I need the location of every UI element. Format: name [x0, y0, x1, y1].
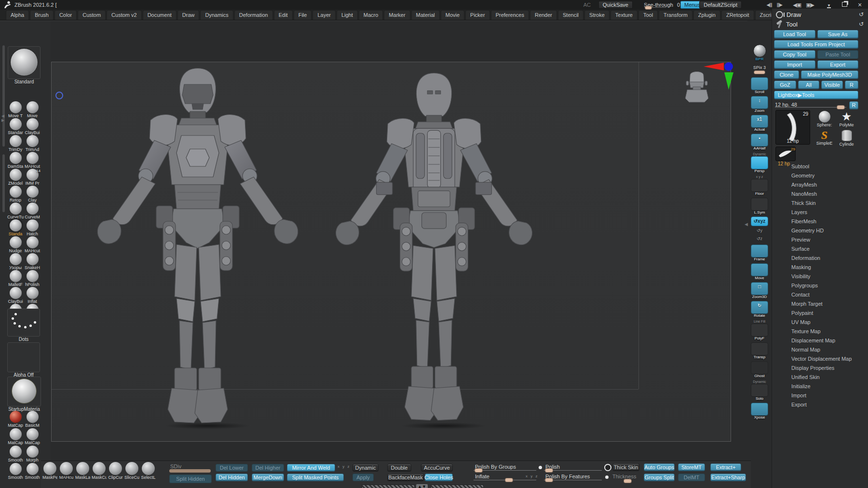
mirror-xyz-label[interactable]: x y z — [338, 464, 350, 469]
right-shelf-button[interactable]: □ Zoom3D — [750, 282, 769, 299]
quick-pick-cylinder[interactable]: Cylinde — [836, 129, 857, 147]
subpalette-row[interactable]: Initialize — [772, 382, 868, 391]
double-button[interactable]: Double — [387, 464, 411, 472]
subpalette-row[interactable]: Vector Displacement Map — [772, 354, 868, 364]
material-item[interactable]: MatCap — [24, 428, 41, 446]
brush-item[interactable]: MalletF — [7, 270, 24, 287]
left-tray-scrollbar[interactable] — [2, 45, 5, 147]
right-shelf-button[interactable]: L.Sym — [750, 198, 769, 215]
menu-item[interactable]: Picker — [465, 10, 490, 20]
brush-item[interactable]: Move — [24, 101, 41, 118]
right-shelf-button[interactable]: Line Fill PolyF — [750, 320, 769, 340]
quick-pick-polymesh[interactable]: ★ PolyMe — [836, 111, 857, 127]
right-shelf-button[interactable]: ↺y — [750, 228, 769, 234]
subpalette-row[interactable]: NanoMesh — [772, 190, 868, 199]
subpalette-row[interactable]: Masking — [772, 263, 868, 272]
material-item[interactable]: Smooth — [7, 463, 24, 480]
menu-item[interactable]: Movie — [441, 10, 464, 20]
subpalette-row[interactable]: Unified Skin — [772, 373, 868, 382]
extract-plus-button[interactable]: Extract+ — [710, 463, 741, 471]
export-button[interactable]: Export — [817, 60, 859, 69]
save-as-button[interactable]: Save As — [817, 30, 859, 39]
right-shelf-button[interactable]: ↻ Rotate — [750, 301, 769, 318]
default-zscript-button[interactable]: DefaultZScript — [699, 1, 742, 9]
subpalette-row[interactable]: Visibility — [772, 272, 868, 281]
subpalette-row[interactable]: Contact — [772, 290, 868, 299]
subpalette-row[interactable]: UV Map — [772, 318, 868, 327]
thickness-radio[interactable] — [605, 475, 609, 479]
brush-item[interactable]: TrimDy — [7, 135, 24, 152]
tool-size-r-button[interactable]: R — [849, 101, 858, 109]
brush-item[interactable]: MAHcut — [24, 236, 41, 253]
brush-item[interactable]: Узоры — [7, 253, 24, 270]
inflate-handle[interactable] — [505, 478, 513, 482]
draw-palette-header[interactable]: Draw ↺ — [772, 10, 868, 19]
divider-hatch-right[interactable] — [431, 485, 484, 488]
menu-item[interactable]: Brush — [30, 10, 54, 20]
sdiv-slider[interactable] — [169, 469, 211, 473]
menu-item[interactable]: Zplugin — [693, 10, 720, 20]
brush-item[interactable]: ZModel — [7, 169, 24, 186]
tool-palette-header[interactable]: Tool ↺ — [772, 19, 868, 29]
brush-item[interactable]: CurveTu — [7, 203, 24, 219]
delmt-button[interactable]: DelMT — [678, 474, 705, 481]
menu-item[interactable]: Edit — [274, 10, 293, 20]
subpalette-row[interactable]: Subtool — [772, 162, 868, 171]
backfacemask-button[interactable]: BackfaceMask — [387, 474, 424, 481]
active-tool-thumb[interactable]: 29 12 hp — [775, 110, 810, 145]
bottom-brush-item[interactable]: MaskCu — [92, 462, 107, 480]
right-shelf-button[interactable]: Move — [750, 263, 769, 280]
subpalette-row[interactable]: Displacement Map — [772, 336, 868, 345]
brush-item[interactable]: Hatch — [24, 219, 41, 236]
minimize-button[interactable]: ▼ — [825, 2, 833, 8]
subpalette-row[interactable]: Surface — [772, 244, 868, 254]
quicksave-button[interactable]: QuickSave — [598, 1, 633, 9]
menu-item[interactable]: Stroke — [584, 10, 610, 20]
subpalette-row[interactable]: Display Properties — [772, 364, 868, 373]
subpalette-row[interactable]: Normal Map — [772, 345, 868, 354]
brush-item[interactable]: Retop — [7, 186, 24, 203]
subpalette-row[interactable]: Layers — [772, 208, 868, 217]
menu-item[interactable]: Texture — [610, 10, 637, 20]
right-shelf-button[interactable]: ↺z — [750, 236, 769, 243]
brush-item[interactable]: SnakeH — [24, 253, 41, 270]
polish-handle[interactable] — [545, 468, 553, 473]
brush-item[interactable]: 14 IMM Pr — [24, 169, 41, 186]
menu-item[interactable]: Deformation — [234, 10, 273, 20]
del-lower-button[interactable]: Del Lower — [216, 464, 248, 472]
subpalette-row[interactable]: Thick Skin — [772, 199, 868, 208]
menu-item[interactable]: Tool — [638, 10, 658, 20]
brush-item[interactable]: Nudge — [7, 236, 24, 253]
right-shelf-button[interactable]: Transp — [750, 342, 769, 359]
split-hidden-button[interactable]: Split Hidden — [169, 474, 212, 483]
bottom-brush-item[interactable]: MaskLa — [75, 462, 90, 480]
del-hidden-button[interactable]: Del Hidden — [216, 474, 248, 481]
subpalette-row[interactable]: Polypaint — [772, 309, 868, 318]
import-button[interactable]: Import — [774, 60, 815, 69]
see-through-handle[interactable] — [645, 6, 652, 10]
material-item[interactable]: Morph — [24, 446, 41, 463]
inflate-xyz-label[interactable]: x y z — [526, 474, 538, 478]
close-button[interactable]: × — [855, 1, 864, 9]
thick-skin-button[interactable]: Thick Skin — [612, 463, 639, 471]
menu-item[interactable]: Custom — [78, 10, 106, 20]
spix-slider[interactable]: SPix 3 — [749, 64, 770, 74]
draw-palette-reset-icon[interactable]: ↺ — [859, 11, 864, 18]
groups-split-button[interactable]: Groups Split — [644, 474, 675, 481]
brush-item[interactable]: Standar — [7, 118, 24, 135]
menu-item[interactable]: Material — [411, 10, 440, 20]
polish-radio[interactable] — [604, 464, 611, 471]
subpalette-row[interactable]: FiberMesh — [772, 217, 868, 226]
dynamic-button[interactable]: Dynamic — [353, 464, 379, 472]
visible-button[interactable]: Visible — [821, 81, 843, 89]
storemt-button[interactable]: StoreMT — [678, 463, 705, 471]
polish-by-groups-handle[interactable] — [475, 468, 483, 473]
divider-hatch-left[interactable] — [362, 485, 415, 488]
menu-item[interactable]: Preferences — [491, 10, 529, 20]
mergedown-button[interactable]: MergeDown — [252, 474, 284, 481]
all-button[interactable]: All — [798, 81, 819, 89]
menu-item[interactable]: Macro — [359, 10, 383, 20]
brush-item[interactable]: DamSta — [7, 152, 24, 169]
lightbox-tools-button[interactable]: Lightbox▶Tools — [774, 91, 858, 99]
right-shelf-button[interactable]: x1 Actual — [750, 115, 769, 132]
